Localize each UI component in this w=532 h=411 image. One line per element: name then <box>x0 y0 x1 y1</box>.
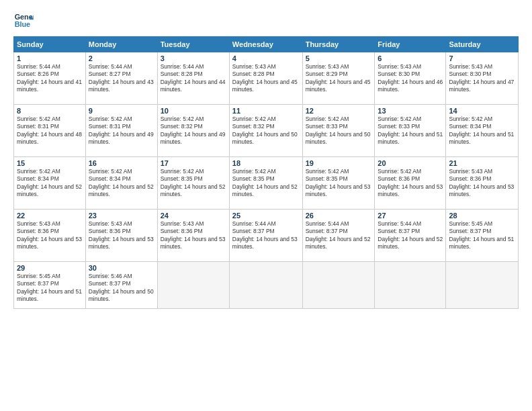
calendar-cell: 21Sunrise: 5:43 AMSunset: 8:36 PMDayligh… <box>446 157 519 210</box>
calendar-cell: 28Sunrise: 5:45 AMSunset: 8:37 PMDayligh… <box>446 210 519 262</box>
day-number: 29 <box>17 264 83 272</box>
day-info: Sunrise: 5:43 AMSunset: 8:30 PMDaylight:… <box>378 63 443 94</box>
day-number: 11 <box>232 107 300 115</box>
weekday-header: Saturday <box>446 37 519 52</box>
calendar-cell <box>229 262 302 309</box>
day-info: Sunrise: 5:44 AMSunset: 8:37 PMDaylight:… <box>378 220 443 251</box>
day-info: Sunrise: 5:43 AMSunset: 8:36 PMDaylight:… <box>89 220 154 251</box>
day-info: Sunrise: 5:44 AMSunset: 8:28 PMDaylight:… <box>161 63 226 94</box>
day-number: 26 <box>306 212 372 220</box>
calendar-cell: 7Sunrise: 5:43 AMSunset: 8:30 PMDaylight… <box>446 52 519 105</box>
weekday-header: Sunday <box>14 37 86 52</box>
day-info: Sunrise: 5:42 AMSunset: 8:33 PMDaylight:… <box>306 116 372 146</box>
day-number: 9 <box>89 107 154 115</box>
day-number: 27 <box>378 212 443 220</box>
calendar-cell: 18Sunrise: 5:42 AMSunset: 8:35 PMDayligh… <box>229 157 302 210</box>
day-number: 3 <box>161 54 226 62</box>
logo-icon: General Blue <box>13 11 34 31</box>
calendar-cell: 6Sunrise: 5:43 AMSunset: 8:30 PMDaylight… <box>375 52 446 105</box>
day-number: 25 <box>232 212 300 220</box>
calendar-cell: 25Sunrise: 5:44 AMSunset: 8:37 PMDayligh… <box>229 210 302 262</box>
day-number: 4 <box>232 54 300 62</box>
weekday-header: Friday <box>375 37 446 52</box>
day-info: Sunrise: 5:45 AMSunset: 8:37 PMDaylight:… <box>17 273 83 304</box>
day-number: 22 <box>17 212 83 220</box>
calendar-cell: 4Sunrise: 5:43 AMSunset: 8:28 PMDaylight… <box>229 52 302 105</box>
day-number: 2 <box>89 54 154 62</box>
calendar-cell: 2Sunrise: 5:44 AMSunset: 8:27 PMDaylight… <box>85 52 157 105</box>
calendar-cell: 29Sunrise: 5:45 AMSunset: 8:37 PMDayligh… <box>14 262 86 309</box>
day-number: 7 <box>449 54 515 62</box>
calendar-cell: 23Sunrise: 5:43 AMSunset: 8:36 PMDayligh… <box>85 210 157 262</box>
weekday-header: Wednesday <box>229 37 302 52</box>
weekday-header: Tuesday <box>157 37 229 52</box>
day-info: Sunrise: 5:46 AMSunset: 8:37 PMDaylight:… <box>89 273 154 304</box>
day-number: 19 <box>306 159 372 167</box>
calendar-cell: 22Sunrise: 5:43 AMSunset: 8:36 PMDayligh… <box>14 210 86 262</box>
day-number: 1 <box>17 54 83 62</box>
day-info: Sunrise: 5:42 AMSunset: 8:31 PMDaylight:… <box>89 116 154 146</box>
weekday-header: Thursday <box>302 37 375 52</box>
calendar-cell: 20Sunrise: 5:42 AMSunset: 8:36 PMDayligh… <box>375 157 446 210</box>
day-number: 24 <box>161 212 226 220</box>
calendar-cell: 15Sunrise: 5:42 AMSunset: 8:34 PMDayligh… <box>14 157 86 210</box>
calendar-cell: 5Sunrise: 5:43 AMSunset: 8:29 PMDaylight… <box>302 52 375 105</box>
calendar-cell: 8Sunrise: 5:42 AMSunset: 8:31 PMDaylight… <box>14 105 86 157</box>
weekday-header: Monday <box>85 37 157 52</box>
day-number: 5 <box>306 54 372 62</box>
day-number: 30 <box>89 264 154 272</box>
day-info: Sunrise: 5:42 AMSunset: 8:34 PMDaylight:… <box>89 168 154 199</box>
day-number: 8 <box>17 107 83 115</box>
calendar-cell <box>157 262 229 309</box>
calendar-cell: 1Sunrise: 5:44 AMSunset: 8:26 PMDaylight… <box>14 52 86 105</box>
day-number: 6 <box>378 54 443 62</box>
header: General Blue <box>13 11 519 31</box>
calendar-cell: 3Sunrise: 5:44 AMSunset: 8:28 PMDaylight… <box>157 52 229 105</box>
day-info: Sunrise: 5:43 AMSunset: 8:29 PMDaylight:… <box>306 63 372 94</box>
day-number: 17 <box>161 159 226 167</box>
svg-text:Blue: Blue <box>15 20 30 28</box>
calendar-cell: 16Sunrise: 5:42 AMSunset: 8:34 PMDayligh… <box>85 157 157 210</box>
calendar-cell: 19Sunrise: 5:42 AMSunset: 8:35 PMDayligh… <box>302 157 375 210</box>
day-info: Sunrise: 5:44 AMSunset: 8:37 PMDaylight:… <box>306 220 372 251</box>
day-info: Sunrise: 5:43 AMSunset: 8:36 PMDaylight:… <box>161 220 226 251</box>
day-info: Sunrise: 5:43 AMSunset: 8:30 PMDaylight:… <box>449 63 515 94</box>
day-number: 12 <box>306 107 372 115</box>
calendar-cell: 11Sunrise: 5:42 AMSunset: 8:32 PMDayligh… <box>229 105 302 157</box>
day-info: Sunrise: 5:43 AMSunset: 8:36 PMDaylight:… <box>17 220 83 251</box>
day-number: 14 <box>449 107 515 115</box>
day-number: 23 <box>89 212 154 220</box>
calendar-cell <box>302 262 375 309</box>
calendar-cell: 12Sunrise: 5:42 AMSunset: 8:33 PMDayligh… <box>302 105 375 157</box>
day-number: 13 <box>378 107 443 115</box>
calendar-cell <box>375 262 446 309</box>
calendar-cell: 14Sunrise: 5:42 AMSunset: 8:34 PMDayligh… <box>446 105 519 157</box>
day-info: Sunrise: 5:42 AMSunset: 8:35 PMDaylight:… <box>232 168 300 199</box>
calendar-cell: 30Sunrise: 5:46 AMSunset: 8:37 PMDayligh… <box>85 262 157 309</box>
day-number: 16 <box>89 159 154 167</box>
day-number: 20 <box>378 159 443 167</box>
day-info: Sunrise: 5:42 AMSunset: 8:31 PMDaylight:… <box>17 116 83 146</box>
day-info: Sunrise: 5:43 AMSunset: 8:28 PMDaylight:… <box>232 63 300 94</box>
calendar-cell: 17Sunrise: 5:42 AMSunset: 8:35 PMDayligh… <box>157 157 229 210</box>
day-info: Sunrise: 5:45 AMSunset: 8:37 PMDaylight:… <box>449 220 515 251</box>
day-info: Sunrise: 5:42 AMSunset: 8:35 PMDaylight:… <box>306 168 372 199</box>
calendar-table: SundayMondayTuesdayWednesdayThursdayFrid… <box>13 36 519 309</box>
day-info: Sunrise: 5:42 AMSunset: 8:34 PMDaylight:… <box>17 168 83 199</box>
day-number: 18 <box>232 159 300 167</box>
day-info: Sunrise: 5:44 AMSunset: 8:26 PMDaylight:… <box>17 63 83 94</box>
calendar-cell: 27Sunrise: 5:44 AMSunset: 8:37 PMDayligh… <box>375 210 446 262</box>
day-number: 21 <box>449 159 515 167</box>
day-info: Sunrise: 5:42 AMSunset: 8:32 PMDaylight:… <box>232 116 300 146</box>
day-number: 28 <box>449 212 515 220</box>
day-number: 15 <box>17 159 83 167</box>
day-info: Sunrise: 5:42 AMSunset: 8:35 PMDaylight:… <box>161 168 226 199</box>
calendar-cell: 10Sunrise: 5:42 AMSunset: 8:32 PMDayligh… <box>157 105 229 157</box>
day-info: Sunrise: 5:44 AMSunset: 8:27 PMDaylight:… <box>89 63 154 94</box>
day-info: Sunrise: 5:42 AMSunset: 8:36 PMDaylight:… <box>378 168 443 199</box>
calendar-cell: 24Sunrise: 5:43 AMSunset: 8:36 PMDayligh… <box>157 210 229 262</box>
day-info: Sunrise: 5:42 AMSunset: 8:33 PMDaylight:… <box>378 116 443 146</box>
day-number: 10 <box>161 107 226 115</box>
calendar-cell <box>446 262 519 309</box>
calendar-cell: 9Sunrise: 5:42 AMSunset: 8:31 PMDaylight… <box>85 105 157 157</box>
